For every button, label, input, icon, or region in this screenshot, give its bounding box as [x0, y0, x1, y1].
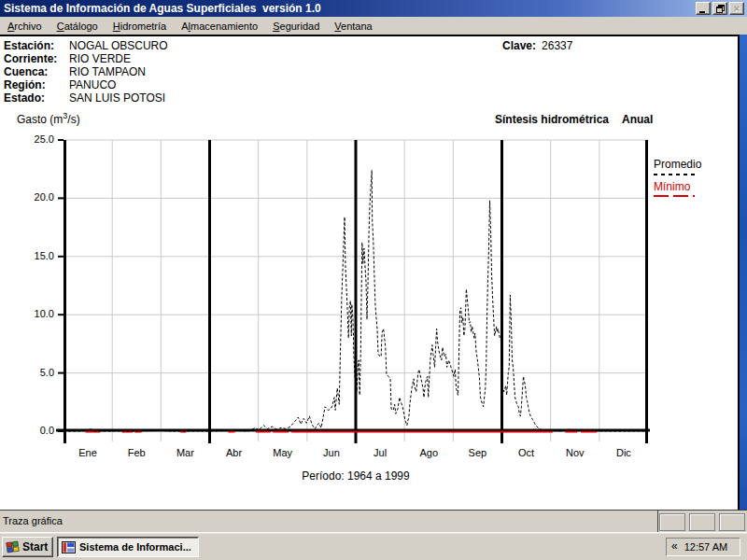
clave-label: Clave: — [502, 39, 536, 52]
x-tick-label: Ago — [404, 447, 453, 458]
client-area: Estación:NOGAL OBSCURO Corriente:RIO VER… — [0, 35, 740, 510]
legend-promedio-line-sample — [654, 174, 698, 175]
minimize-button[interactable] — [696, 2, 711, 15]
status-panel — [659, 513, 685, 531]
x-tick-label: Sep — [453, 447, 501, 458]
station-row: Corriente:RIO VERDE — [4, 52, 131, 65]
x-tick-label: Dic — [599, 447, 648, 458]
station-label: Estado: — [4, 91, 69, 105]
taskbar-task-sistema[interactable]: Sistema de Informaci... — [57, 537, 199, 557]
x-tick-label: Jul — [356, 447, 404, 458]
status-bar: Traza gráfica — [0, 510, 747, 533]
tray-chevron-icon[interactable]: « — [667, 539, 683, 554]
window-controls: × — [696, 2, 747, 15]
legend-minimo-label: Mínimo — [654, 180, 732, 193]
status-panels — [659, 513, 745, 531]
x-tick-label: Nov — [551, 447, 599, 458]
chart-title: Síntesis hidrométricaAnual — [495, 113, 653, 126]
chart-plot — [63, 140, 648, 431]
x-tick-label: Ene — [63, 447, 112, 458]
station-row: Región:PANUCO — [4, 78, 116, 91]
x-tick-label: Jun — [307, 447, 356, 458]
station-row: Estado:SAN LUIS POTOSI — [4, 91, 165, 105]
y-tick-label: 5.0 — [19, 367, 54, 378]
title-bar[interactable]: Sistema de Información de Aguas Superfic… — [0, 0, 747, 17]
menu-catalogo[interactable]: Catálogo — [49, 19, 106, 34]
x-tick-label: Mar — [161, 447, 209, 458]
station-label: Región: — [4, 78, 69, 91]
clave-field: Clave:26337 — [502, 39, 572, 52]
station-label: Estación: — [4, 39, 69, 52]
chart-mode: Anual — [622, 113, 653, 126]
start-label: Start — [22, 540, 48, 553]
status-text: Traza gráfica — [3, 515, 63, 526]
period-caption: Período: 1964 a 1999 — [63, 469, 648, 483]
station-value: SAN LUIS POTOSI — [69, 91, 165, 105]
y-axis-title: Gasto (m3/s) — [17, 111, 80, 126]
close-button[interactable]: × — [729, 2, 744, 15]
y-tick-label: 15.0 — [19, 250, 54, 261]
system-tray: « 12:57 AM — [666, 538, 740, 556]
status-panel — [689, 513, 715, 531]
y-axis-labels: 0.05.010.015.020.025.0 — [24, 140, 60, 431]
legend-minimo-line-sample — [654, 195, 695, 197]
menu-archivo[interactable]: Archivo — [0, 19, 49, 34]
task-label: Sistema de Informaci... — [79, 541, 191, 553]
station-value: RIO VERDE — [69, 52, 131, 65]
close-icon: × — [734, 4, 740, 13]
station-row: Estación:NOGAL OBSCURO — [4, 39, 168, 52]
y-tick-label: 10.0 — [19, 308, 54, 319]
status-panel — [719, 513, 745, 531]
x-tick-label: May — [259, 447, 307, 458]
start-button[interactable]: Start — [2, 537, 53, 557]
y-tick-label: 20.0 — [19, 191, 54, 203]
x-tick-label: Abr — [210, 447, 259, 458]
chart-plot-area — [63, 140, 648, 431]
station-value: PANUCO — [69, 78, 116, 91]
x-tick-label: Oct — [502, 447, 551, 458]
y-tick-label: 25.0 — [19, 133, 54, 145]
station-label: Cuenca: — [4, 65, 69, 78]
restore-button[interactable] — [712, 2, 727, 15]
clave-value: 26337 — [542, 39, 572, 52]
x-tick-label: Feb — [112, 447, 161, 458]
station-row: Cuenca:RIO TAMPAON — [4, 65, 146, 78]
station-value: NOGAL OBSCURO — [69, 39, 168, 52]
taskbar: Start Sistema de Informaci... « 12:57 AM — [0, 532, 747, 560]
menu-ventana[interactable]: Ventana — [327, 19, 379, 34]
restore-icon — [716, 5, 725, 13]
window-title: Sistema de Información de Aguas Superfic… — [0, 2, 321, 15]
legend-promedio-label: Promedio — [654, 158, 732, 171]
taskbar-clock[interactable]: 12:57 AM — [684, 541, 727, 553]
station-value: RIO TAMPAON — [69, 65, 146, 78]
menu-almacenamiento[interactable]: Almacenamiento — [174, 19, 265, 34]
windows-logo-icon — [6, 540, 20, 553]
menu-hidrometria[interactable]: Hidrometría — [106, 19, 174, 34]
minimize-icon — [699, 11, 705, 13]
x-axis-labels: EneFebMarAbrMayJunJulAgoSepOctNovDic — [63, 447, 648, 459]
menu-seguridad[interactable]: Seguridad — [265, 19, 327, 34]
y-tick-label: 0.0 — [19, 425, 54, 436]
menu-bar: Archivo Catálogo Hidrometría Almacenamie… — [0, 17, 747, 35]
desktop-edge — [740, 35, 747, 510]
station-label: Corriente: — [4, 52, 69, 65]
app-icon — [62, 541, 76, 553]
status-divider — [657, 511, 658, 533]
chart-legend: Promedio Mínimo — [654, 158, 732, 197]
